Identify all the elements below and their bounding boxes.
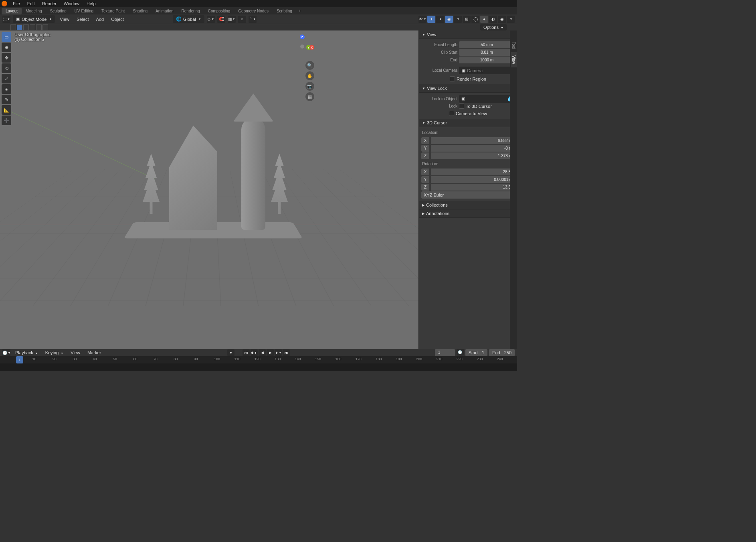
auto-keying-icon[interactable]: ●	[227, 349, 234, 356]
select-mode-4-icon[interactable]	[30, 24, 35, 30]
options-button[interactable]: Options ▼	[480, 24, 507, 30]
pan-icon[interactable]: ✋	[305, 71, 314, 80]
current-frame-field[interactable]: 1	[435, 349, 455, 356]
orientation-select[interactable]: 🌐 Global ▼	[173, 15, 204, 23]
menu-help[interactable]: Help	[83, 0, 99, 7]
gizmo-center[interactable]	[300, 45, 304, 49]
blender-logo-icon[interactable]	[2, 1, 7, 6]
workspace-add-button[interactable]: +	[296, 8, 303, 14]
tool-transform[interactable]: ◈	[2, 84, 11, 94]
gizmo-x-axis[interactable]: X	[309, 45, 314, 50]
header-view-menu[interactable]: View	[57, 16, 72, 22]
workspace-tab-layout[interactable]: Layout	[2, 8, 22, 14]
gizmo-toggle-icon[interactable]: ✦	[427, 16, 435, 23]
snap-target-icon[interactable]: ▦▼	[228, 16, 236, 23]
rot-y-field[interactable]: 0.000012°	[431, 176, 515, 183]
workspace-tab-rendering[interactable]: Rendering	[178, 8, 204, 14]
jump-end-icon[interactable]: ⏭	[283, 349, 290, 356]
tool-rotate[interactable]: ⟲	[2, 63, 11, 73]
proportional-falloff-icon[interactable]: ⌃▼	[249, 16, 257, 23]
loc-y-field[interactable]: -0 m	[431, 145, 515, 152]
tool-cursor[interactable]: ⊕	[2, 43, 11, 52]
loc-z-field[interactable]: 1.378 m	[431, 152, 515, 159]
cursor-panel-header[interactable]: ▼ 3D Cursor	[419, 119, 517, 127]
tool-move[interactable]: ✥	[2, 53, 11, 63]
workspace-tab-shading[interactable]: Shading	[129, 8, 152, 14]
npanel-tab-tool[interactable]: Tool	[511, 39, 517, 52]
end-frame-field[interactable]: End 250	[489, 349, 515, 356]
workspace-tab-scripting[interactable]: Scripting	[273, 8, 296, 14]
workspace-tab-modeling[interactable]: Modeling	[22, 8, 46, 14]
shading-material-icon[interactable]: ◐	[489, 16, 497, 23]
workspace-tab-animation[interactable]: Animation	[152, 8, 177, 14]
3d-viewport[interactable]: ▭ ⊕ ✥ ⟲ ⤢ ◈ ✎ 📐 ➕ User Orthographic (1) …	[0, 30, 418, 349]
header-object-menu[interactable]: Object	[109, 16, 126, 22]
npanel-tab-view[interactable]: View	[511, 52, 517, 67]
workspace-tab-compositing[interactable]: Compositing	[204, 8, 234, 14]
select-mode-2-icon[interactable]	[17, 24, 22, 30]
rotation-mode-select[interactable]: XYZ Euler ▼	[421, 191, 515, 199]
play-icon[interactable]: ▶	[267, 349, 274, 356]
timeline-editor-icon[interactable]: 🕐▼	[2, 349, 10, 356]
select-mode-3-icon[interactable]	[23, 24, 29, 30]
select-mode-5-icon[interactable]	[36, 24, 42, 30]
playhead[interactable]: 1	[16, 356, 23, 363]
viewlock-panel-header[interactable]: ▼ View Lock	[419, 84, 517, 93]
tool-select-box[interactable]: ▭	[2, 32, 11, 42]
render-region-checkbox[interactable]	[450, 76, 455, 81]
frame-popup-icon[interactable]: 🕐	[457, 349, 464, 355]
camera-view-icon[interactable]: 📷	[305, 82, 314, 91]
annotations-panel-header[interactable]: ▶ Annotations	[419, 209, 517, 218]
menu-render[interactable]: Render	[39, 0, 60, 7]
loc-x-field[interactable]: 6.882 m	[431, 137, 515, 144]
workspace-tab-uv-editing[interactable]: UV Editing	[71, 8, 97, 14]
start-frame-field[interactable]: Start 1	[465, 349, 487, 356]
menu-window[interactable]: Window	[61, 0, 83, 7]
focal-length-field[interactable]: 50 mm	[459, 41, 515, 48]
jump-start-icon[interactable]: ⏮	[243, 349, 250, 356]
marker-menu[interactable]: Marker	[85, 349, 103, 356]
menu-edit[interactable]: Edit	[24, 0, 38, 7]
tool-annotate[interactable]: ✎	[2, 95, 11, 104]
zoom-icon[interactable]: 🔍	[305, 61, 314, 70]
visibility-icon[interactable]: 👁▼	[418, 16, 427, 23]
editor-type-icon[interactable]: ⬚▼	[2, 16, 10, 23]
play-reverse-icon[interactable]: ◀	[259, 349, 266, 356]
rot-x-field[interactable]: 28.8°	[431, 168, 515, 175]
proportional-edit-icon[interactable]: ○	[238, 16, 246, 23]
select-mode-6-icon[interactable]	[42, 24, 48, 30]
shading-rendered-icon[interactable]: ◉	[498, 16, 506, 23]
timeline-view-menu[interactable]: View	[68, 349, 83, 356]
workspace-tab-texture-paint[interactable]: Texture Paint	[97, 8, 129, 14]
timeline-ruler[interactable]: 1 10203040506070809010011012013014015016…	[0, 356, 517, 363]
view-panel-header[interactable]: ▼ View	[419, 30, 517, 39]
camera-to-view-checkbox[interactable]	[449, 111, 454, 116]
workspace-tab-geometry-nodes[interactable]: Geometry Nodes	[234, 8, 273, 14]
header-select-menu[interactable]: Select	[74, 16, 91, 22]
tool-add-cube[interactable]: ➕	[2, 116, 11, 125]
local-camera-field[interactable]: ▣ Camera ×	[459, 67, 515, 74]
gizmo-settings-icon[interactable]: ▼	[436, 16, 444, 23]
lock-3d-cursor-checkbox[interactable]	[459, 104, 464, 109]
collections-panel-header[interactable]: ▶ Collections	[419, 201, 517, 209]
menu-file[interactable]: File	[10, 0, 23, 7]
clip-end-field[interactable]: 1000 m	[459, 57, 515, 63]
gizmo-z-axis[interactable]: Z	[300, 35, 305, 39]
tool-measure[interactable]: 📐	[2, 105, 11, 115]
perspective-toggle-icon[interactable]: ▦	[305, 92, 314, 101]
workspace-tab-sculpting[interactable]: Sculpting	[46, 8, 71, 14]
xray-icon[interactable]: ⊞	[463, 16, 471, 23]
clip-start-field[interactable]: 0.01 m	[459, 49, 515, 56]
keying-menu[interactable]: Keying ▼	[43, 349, 66, 356]
snap-icon[interactable]: 🧲	[217, 16, 225, 23]
keyframe-next-icon[interactable]: ⏵◆	[275, 349, 282, 356]
playback-menu[interactable]: Playback ▼	[13, 349, 40, 356]
header-add-menu[interactable]: Add	[94, 16, 107, 22]
shading-wireframe-icon[interactable]: ◯	[471, 16, 479, 23]
pivot-icon[interactable]: ⊙▼	[207, 16, 215, 23]
tool-scale[interactable]: ⤢	[2, 74, 11, 83]
navigation-gizmo[interactable]: Z Y X	[290, 35, 314, 59]
mode-select[interactable]: ▣ Object Mode ▼	[13, 15, 55, 23]
shading-solid-icon[interactable]: ●	[480, 16, 488, 23]
shading-settings-icon[interactable]: ▼	[507, 16, 515, 23]
